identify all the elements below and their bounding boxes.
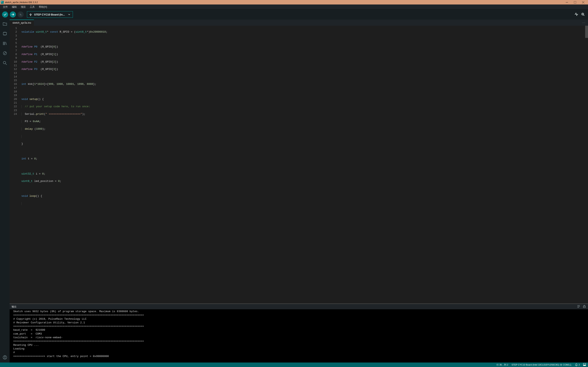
board-selector[interactable]: STEP CYC10 Board (In... bbox=[27, 11, 73, 18]
sidebar-debug[interactable] bbox=[3, 51, 7, 55]
arduino-logo-icon bbox=[1, 1, 4, 4]
serial-monitor-button[interactable] bbox=[581, 12, 585, 17]
overview-ruler[interactable] bbox=[585, 26, 588, 303]
main-content: sketch_apr3a.ino ··· 1234 5678 9101112 1… bbox=[0, 20, 588, 363]
arrow-right-icon bbox=[11, 13, 15, 16]
library-icon bbox=[3, 41, 7, 46]
status-board[interactable]: STEP CYC10 Board (Intel 10CL016YU256C8G)… bbox=[511, 363, 571, 366]
menu-edit[interactable]: 编辑 bbox=[10, 4, 19, 9]
folder-icon bbox=[3, 22, 7, 26]
bell-icon bbox=[575, 363, 578, 366]
statusbar: 行 35，列 2 STEP CYC10 Board (Intel 10CL016… bbox=[0, 363, 588, 367]
window-title: sketch_apr3a | Arduino IDE 2.3.2 bbox=[5, 1, 38, 3]
svg-point-2 bbox=[21, 15, 22, 16]
upload-button[interactable] bbox=[10, 11, 16, 17]
tab-active[interactable]: sketch_apr3a.ino bbox=[9, 20, 34, 26]
code-editor[interactable]: 1234 5678 9101112 13141516 17181920 2122… bbox=[9, 26, 588, 303]
close-icon bbox=[582, 1, 584, 3]
account-icon bbox=[3, 355, 7, 360]
svg-rect-5 bbox=[3, 33, 7, 35]
tabs-more-button[interactable]: ··· bbox=[580, 21, 588, 24]
status-notifications[interactable]: 2 bbox=[575, 363, 580, 366]
svg-rect-0 bbox=[566, 2, 568, 2]
output-content[interactable]: Sketch uses 9032 bytes (0%) of program s… bbox=[9, 309, 588, 363]
menu-tools[interactable]: 工具 bbox=[28, 4, 37, 9]
output-header: 输出 bbox=[9, 304, 588, 309]
vertical-scrollbar-thumb[interactable] bbox=[585, 26, 588, 38]
menu-help[interactable]: 帮助(H) bbox=[37, 4, 49, 9]
code-content[interactable]: volatile uint8_t* const R_GPIO = (uint8_… bbox=[19, 26, 588, 303]
sidebar-boards-manager[interactable] bbox=[3, 31, 7, 36]
no-debug-icon bbox=[3, 51, 7, 55]
svg-rect-1 bbox=[574, 1, 576, 3]
serial-plotter-button[interactable] bbox=[575, 12, 578, 17]
board-icon bbox=[3, 31, 7, 36]
chevron-down-icon bbox=[68, 13, 70, 16]
board-label: STEP CYC10 Board (In... bbox=[34, 13, 65, 16]
lock-icon bbox=[583, 305, 586, 308]
svg-rect-12 bbox=[583, 365, 586, 366]
svg-point-7 bbox=[3, 61, 6, 64]
window-titlebar: sketch_apr3a | Arduino IDE 2.3.2 bbox=[0, 0, 588, 4]
output-title: 输出 bbox=[12, 305, 17, 309]
tab-filename: sketch_apr3a.ino bbox=[12, 21, 31, 24]
minimize-icon bbox=[566, 1, 568, 3]
editor-tabs: sketch_apr3a.ino ··· bbox=[9, 20, 588, 26]
svg-point-4 bbox=[582, 14, 583, 15]
debug-button[interactable] bbox=[17, 11, 24, 17]
sidebar-library-manager[interactable] bbox=[3, 41, 7, 46]
output-lock-button[interactable] bbox=[583, 305, 586, 309]
menubar: 文件 编辑 项目 工具 帮助(H) bbox=[0, 4, 588, 9]
output-panel: 输出 Sketch uses 9032 bytes (0%) of progra… bbox=[9, 303, 588, 363]
output-wrap-button[interactable] bbox=[577, 305, 580, 309]
verify-button[interactable] bbox=[2, 11, 8, 17]
pulse-icon bbox=[575, 12, 578, 16]
menu-sketch[interactable]: 项目 bbox=[19, 4, 28, 9]
debug-icon bbox=[19, 13, 22, 16]
sidebar-sketchbook[interactable] bbox=[3, 22, 7, 26]
window-minimize-button[interactable] bbox=[563, 0, 571, 4]
line-gutter: 1234 5678 9101112 13141516 17181920 2122… bbox=[9, 26, 19, 303]
status-close-panel[interactable] bbox=[583, 363, 586, 366]
sidebar-account[interactable] bbox=[3, 355, 7, 360]
window-maximize-button[interactable] bbox=[571, 0, 579, 4]
usb-icon bbox=[29, 13, 32, 16]
search-icon bbox=[3, 61, 7, 65]
toolbar: STEP CYC10 Board (In... bbox=[0, 9, 588, 20]
svg-rect-10 bbox=[583, 306, 585, 308]
panel-icon bbox=[583, 363, 586, 366]
menu-file[interactable]: 文件 bbox=[1, 4, 10, 9]
svg-point-9 bbox=[4, 356, 6, 358]
editor-area: sketch_apr3a.ino ··· 1234 5678 9101112 1… bbox=[9, 20, 588, 363]
activity-bar bbox=[0, 20, 9, 363]
maximize-icon bbox=[574, 1, 576, 3]
window-close-button[interactable] bbox=[579, 0, 587, 4]
cursor-position[interactable]: 行 35，列 2 bbox=[497, 363, 508, 366]
list-icon bbox=[577, 305, 580, 308]
magnify-icon bbox=[581, 12, 585, 16]
sidebar-search[interactable] bbox=[3, 61, 7, 65]
check-icon bbox=[3, 13, 7, 16]
